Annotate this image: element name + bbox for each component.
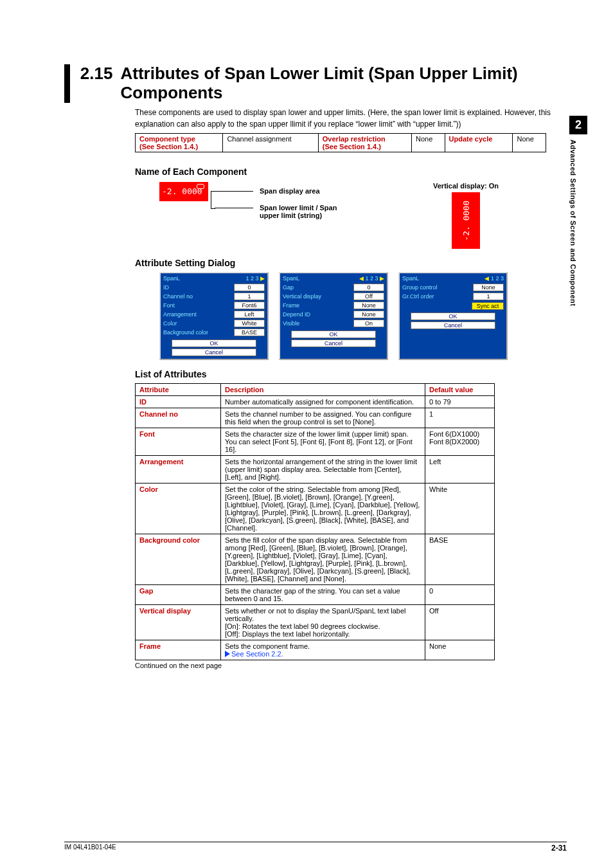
label-span-display-area: Span display area [260,187,343,195]
attr-default: BASE [425,534,495,584]
table-row: Channel noSets the channel number to be … [136,408,495,428]
dialog-field-value: None [473,284,504,291]
dialog-field-label: Group control [402,284,438,291]
dialog-field-value: White [234,320,265,327]
attr-description: Sets the character size of the lower lim… [221,428,425,455]
heading-name-of-each-component: Name of Each Component [135,167,567,177]
vertical-span-value: -2. 0000 [461,201,471,241]
vertical-span-display-box: -2. 0000 [452,192,480,249]
footer-page-number: 2-31 [551,844,567,853]
attr-default: 0 [425,584,495,604]
ok-button: OK [291,330,376,338]
dialog-pager: 1 2 3 ▶ [245,275,265,282]
chapter-side-tab: 2 Advanced Settings of Screen and Compon… [569,116,587,306]
table-row: FontSets the character size of the lower… [136,428,495,455]
attr-name: Arrangement [136,455,221,483]
attr-name: Color [136,483,221,534]
attr-name: Background color [136,534,221,584]
dialog-field-label: Background color [163,329,208,336]
meta-value-update: None [513,133,546,152]
dialog-field-value: 1 [234,293,265,300]
attributes-table: Attribute Description Default value IDNu… [135,383,495,660]
attr-default: None [425,640,495,660]
continued-note: Continued on the next page [135,662,567,669]
dialog-panel: SpanL1 2 3 ▶ID0Channel no1FontFont6Arran… [159,272,269,360]
dialog-screenshots: SpanL1 2 3 ▶ID0Channel no1FontFont6Arran… [159,272,567,360]
footer-doc-id: IM 04L41B01-04E [64,844,116,853]
table-row: Background colorSets the fill color of t… [136,534,495,584]
dialog-field-value: 0 [234,284,265,291]
section-number: 2.15 [80,64,113,84]
attr-description: Sets the component frame.See Section 2.2… [221,640,425,660]
chapter-side-label: Advanced Settings of Screen and Componen… [569,134,577,306]
table-row: ArrangementSets the horizontal arrangeme… [136,455,495,483]
attr-name: Channel no [136,408,221,428]
cancel-button: Cancel [172,348,256,356]
cancel-button: Cancel [411,321,495,329]
dialog-field-value: BASE [234,329,265,336]
ok-button: OK [411,312,495,320]
attr-name: Vertical display [136,604,221,640]
cancel-button: Cancel [291,339,376,347]
attr-default: White [425,483,495,534]
page-footer: IM 04L41B01-04E 2-31 [64,842,567,853]
dialog-field-value: On [353,320,384,327]
dialog-field-value: 0 [353,284,384,291]
component-diagram: -2. 0000 Span display area Span lower li… [159,182,567,249]
dialog-field-label: Frame [283,302,299,309]
dialog-panel: SpanL◀ 1 2 3 ▶Gap0Vertical displayOffFra… [279,272,388,360]
col-description: Description [221,383,425,395]
ok-button: OK [172,339,256,347]
intro-paragraph: These components are used to display spa… [135,107,567,131]
meta-header-component-type: Component type (See Section 1.4.) [136,133,223,152]
dialog-field-label: Gap [283,284,294,291]
section-heading: 2.15 Attributes of Span Lower Limit (Spa… [64,64,567,103]
cursor-icon [197,184,204,189]
span-value: -2. 0000 [162,186,202,196]
meta-header-overlap: Overlap restriction (See Section 1.4.) [318,133,411,152]
dialog-field-label: Font [163,302,175,309]
dialog-field-value: Left [234,311,265,318]
callout-lines [215,182,253,221]
attr-default: Off [425,604,495,640]
dialog-field-label: Gr.Ctrl order [402,293,434,300]
dialog-title: SpanL [163,275,180,282]
attr-description: Number automatically assigned for compon… [221,395,425,408]
component-meta-table: Component type (See Section 1.4.) Channe… [135,133,546,152]
meta-header-update: Update cycle [445,133,513,152]
span-display-box: -2. 0000 [159,182,208,201]
dialog-pager: ◀ 1 2 3 ▶ [359,275,384,282]
sync-act-button: Sync act [472,302,504,310]
dialog-panel: SpanL◀ 1 2 3Group controlNoneGr.Ctrl ord… [398,272,508,360]
attr-name: Gap [136,584,221,604]
dialog-field-value: None [353,302,384,309]
meta-value-component-type: Channel assignment [223,133,318,152]
attr-name: Frame [136,640,221,660]
dialog-field-label: Depend ID [283,311,310,318]
dialog-field-value: None [353,311,384,318]
heading-attribute-setting-dialog: Attribute Setting Dialog [135,258,567,268]
attr-description: Sets the character gap of the string. Yo… [221,584,425,604]
dialog-field-value: 1 [473,293,504,300]
table-row: Vertical displaySets whether or not to d… [136,604,495,640]
meta-value-overlap: None [412,133,445,152]
section-title: Attributes of Span Lower Limit (Span Upp… [120,64,567,103]
dialog-field-value: Off [353,293,384,300]
table-row: IDNumber automatically assigned for comp… [136,395,495,408]
label-span-lower-upper: Span lower limit / Span upper limit (str… [260,204,343,219]
attr-name: Font [136,428,221,455]
chapter-number-badge: 2 [569,116,587,134]
label-vertical-display-on: Vertical display: On [433,182,499,190]
dialog-title: SpanL [283,275,299,282]
attr-default: 1 [425,408,495,428]
table-row: ColorSet the color of the string. Select… [136,483,495,534]
attr-description: Sets the channel number to be assigned. … [221,408,425,428]
dialog-field-label: Vertical display [283,293,321,300]
attr-description: Set the color of the string. Selectable … [221,483,425,534]
attr-description: Sets whether or not to display the SpanU… [221,604,425,640]
attr-default: Font 6(DX1000) Font 8(DX2000) [425,428,495,455]
triangle-icon [225,651,230,657]
attr-description: Sets the horizontal arrangement of the s… [221,455,425,483]
attr-default: 0 to 79 [425,395,495,408]
dialog-title: SpanL [402,275,419,282]
